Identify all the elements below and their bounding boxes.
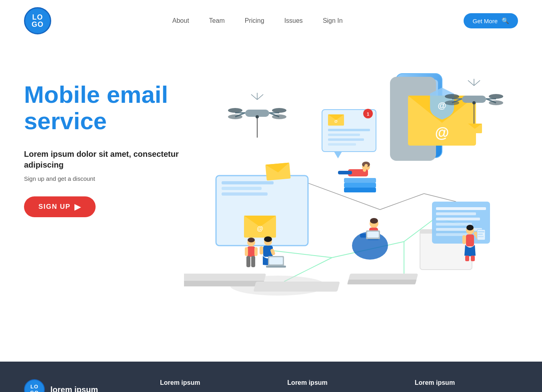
svg-marker-44 xyxy=(334,152,342,158)
hero-title: Mobile email service xyxy=(24,82,184,134)
hero-section: Mobile email service Lorem ipsum dolor s… xyxy=(0,42,542,362)
svg-rect-119 xyxy=(478,231,484,232)
svg-rect-77 xyxy=(436,212,476,215)
svg-rect-94 xyxy=(251,256,255,267)
svg-rect-104 xyxy=(266,266,286,268)
svg-point-69 xyxy=(472,101,476,104)
svg-rect-82 xyxy=(344,188,376,192)
svg-rect-41 xyxy=(328,134,360,136)
footer-logo-row: LOGO lorem ipsum xyxy=(24,379,136,392)
footer-col-1: Lorem ipsum Lorem ipsum dolor sit amet, … xyxy=(160,379,263,392)
svg-rect-122 xyxy=(465,256,469,261)
svg-rect-123 xyxy=(471,256,475,261)
svg-rect-76 xyxy=(436,207,486,210)
svg-point-98 xyxy=(264,236,272,242)
get-more-label: Get More xyxy=(472,18,498,24)
svg-point-114 xyxy=(466,225,474,230)
svg-text:@: @ xyxy=(435,124,449,141)
svg-point-53 xyxy=(228,114,242,119)
svg-line-8 xyxy=(424,194,456,202)
nav-issues[interactable]: Issues xyxy=(284,17,303,24)
logo-icon: LOGO xyxy=(24,7,51,34)
svg-rect-121 xyxy=(478,236,484,237)
nav-team[interactable]: Team xyxy=(209,17,225,24)
footer-col-2: Lorem ipsum Lorem ipsum dolor sit amet, … xyxy=(287,379,390,392)
hero-illustration: @ @ xyxy=(184,58,518,338)
hero-text-block: Mobile email service Lorem ipsum dolor s… xyxy=(24,58,184,217)
nav-pricing[interactable]: Pricing xyxy=(245,17,264,24)
svg-rect-93 xyxy=(246,256,250,267)
svg-rect-19 xyxy=(222,187,262,190)
svg-rect-88 xyxy=(338,171,352,174)
arrow-icon: ▶ xyxy=(74,202,81,212)
svg-text:@: @ xyxy=(334,119,338,123)
svg-line-72 xyxy=(474,80,480,86)
footer-col-3: Lorem ipsum Lorem ipsum dolor sit amet, … xyxy=(415,379,518,392)
svg-point-107 xyxy=(370,218,378,224)
footer-col-3-title: Lorem ipsum xyxy=(415,379,518,386)
svg-point-55 xyxy=(256,115,259,118)
nav-signin[interactable]: Sign In xyxy=(323,17,343,24)
svg-rect-95 xyxy=(245,247,248,256)
svg-point-50 xyxy=(272,108,286,113)
footer: LOGO lorem ipsum Lorem ipsum dolor sit a… xyxy=(0,362,542,392)
svg-rect-40 xyxy=(328,129,370,131)
svg-line-56 xyxy=(251,94,257,100)
svg-point-68 xyxy=(489,100,503,105)
search-icon: 🔍 xyxy=(502,17,509,24)
svg-rect-14 xyxy=(253,282,340,292)
svg-rect-115 xyxy=(466,234,474,246)
svg-rect-112 xyxy=(367,232,379,238)
svg-point-67 xyxy=(445,100,459,105)
svg-rect-92 xyxy=(247,246,255,257)
svg-rect-78 xyxy=(436,218,480,220)
hero-subtitle: Lorem ipsum dolor sit amet, consectetur … xyxy=(24,149,184,170)
svg-text:@: @ xyxy=(257,225,263,232)
logo[interactable]: LOGO xyxy=(24,7,51,34)
footer-col-2-title: Lorem ipsum xyxy=(287,379,390,386)
svg-text:1: 1 xyxy=(367,112,369,116)
footer-col-1-title: Lorem ipsum xyxy=(160,379,263,386)
footer-logo-icon: LOGO xyxy=(24,379,45,392)
svg-rect-43 xyxy=(328,143,356,146)
svg-rect-20 xyxy=(222,192,268,196)
header: LOGO About Team Pricing Issues Sign In G… xyxy=(0,0,542,42)
signup-label: SIGN UP xyxy=(38,203,70,211)
svg-point-63 xyxy=(445,94,459,99)
illustration-svg: @ @ xyxy=(184,58,504,330)
svg-line-70 xyxy=(468,80,474,86)
main-nav: About Team Pricing Issues Sign In xyxy=(172,17,343,24)
svg-rect-83 xyxy=(344,183,376,188)
svg-rect-18 xyxy=(222,181,274,184)
svg-rect-100 xyxy=(260,246,263,254)
svg-point-91 xyxy=(248,238,255,242)
nav-about[interactable]: About xyxy=(172,17,189,24)
signup-button[interactable]: SIGN UP ▶ xyxy=(24,196,96,217)
svg-rect-80 xyxy=(436,228,482,231)
footer-brand: LOGO lorem ipsum Lorem ipsum dolor sit a… xyxy=(24,379,136,392)
svg-point-49 xyxy=(228,108,242,113)
svg-line-58 xyxy=(257,94,263,100)
footer-brand-name: lorem ipsum xyxy=(50,385,98,392)
svg-rect-11 xyxy=(184,281,264,286)
svg-rect-84 xyxy=(344,178,376,183)
svg-text:@: @ xyxy=(438,100,446,110)
get-more-button[interactable]: Get More 🔍 xyxy=(464,13,518,28)
svg-rect-42 xyxy=(328,138,364,141)
svg-rect-120 xyxy=(478,234,483,235)
svg-point-64 xyxy=(489,94,503,99)
svg-line-7 xyxy=(380,194,424,210)
svg-rect-96 xyxy=(254,247,258,256)
svg-point-54 xyxy=(272,114,286,119)
header-actions: Get More 🔍 xyxy=(464,13,518,28)
svg-rect-116 xyxy=(462,235,466,244)
svg-rect-13 xyxy=(347,280,416,284)
hero-description: Sign up and get a discount xyxy=(24,175,184,182)
svg-rect-79 xyxy=(436,223,472,226)
svg-rect-103 xyxy=(269,257,283,264)
